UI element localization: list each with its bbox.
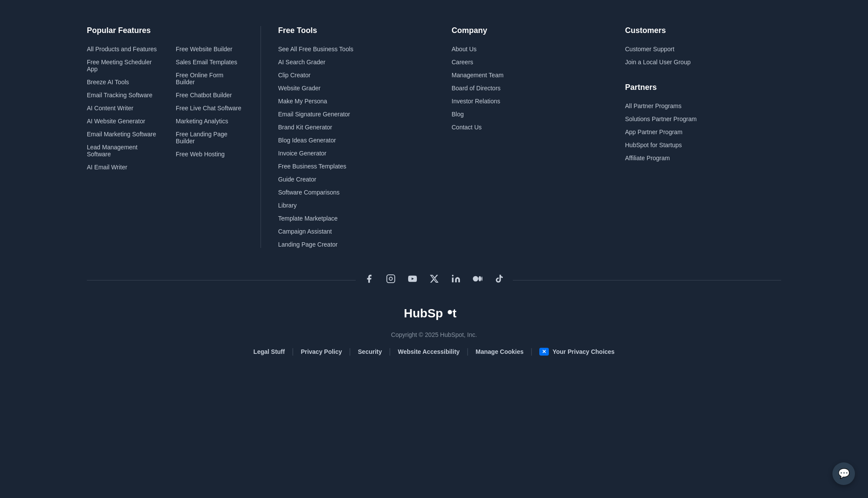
list-item[interactable]: Clip Creator	[278, 72, 435, 79]
linkedin-icon[interactable]	[451, 274, 461, 286]
list-item[interactable]: Email Marketing Software	[87, 131, 158, 138]
list-item[interactable]: Free Business Templates	[278, 163, 435, 170]
list-item[interactable]: Free Chatbot Builder	[176, 92, 243, 99]
legal-stuff-link[interactable]: Legal Stuff	[247, 348, 292, 355]
list-item[interactable]: Blog	[452, 111, 608, 118]
social-icons-group	[364, 274, 504, 286]
list-item[interactable]: All Products and Features	[87, 46, 158, 53]
list-item[interactable]: Board of Directors	[452, 85, 608, 92]
list-item[interactable]: Free Website Builder	[176, 46, 243, 53]
list-item[interactable]: Blog Ideas Generator	[278, 137, 435, 144]
list-item[interactable]: Template Marketplace	[278, 215, 435, 222]
list-item[interactable]: All Partner Programs	[625, 102, 782, 109]
list-item[interactable]: AI Email Writer	[87, 164, 158, 171]
popular-features-col1: All Products and FeaturesFree Meeting Sc…	[87, 46, 158, 171]
your-privacy-choices-link[interactable]: Your Privacy Choices	[552, 348, 614, 355]
list-item[interactable]: See All Free Business Tools	[278, 46, 435, 53]
customers-links: Customer SupportJoin a Local User Group	[625, 46, 782, 66]
svg-point-5	[448, 310, 452, 314]
tiktok-icon[interactable]	[495, 274, 504, 286]
list-item[interactable]: Solutions Partner Program	[625, 115, 782, 122]
security-link[interactable]: Security	[351, 348, 389, 355]
divider-left	[87, 280, 356, 280]
list-item[interactable]: Free Landing Page Builder	[176, 131, 243, 145]
list-item[interactable]: Brand Kit Generator	[278, 124, 435, 131]
divider-right	[513, 280, 782, 280]
list-item[interactable]: Make My Persona	[278, 98, 435, 105]
website-accessibility-link[interactable]: Website Accessibility	[391, 348, 466, 355]
free-tools-section: Free Tools See All Free Business ToolsAI…	[278, 26, 435, 248]
chat-bubble-button[interactable]: 💬	[832, 462, 855, 485]
company-title: Company	[452, 26, 608, 35]
privacy-policy-link[interactable]: Privacy Policy	[294, 348, 349, 355]
list-item[interactable]: Free Live Chat Software	[176, 105, 243, 112]
list-item[interactable]: Breeze AI Tools	[87, 79, 158, 86]
list-item[interactable]: Campaign Assistant	[278, 228, 435, 235]
list-item[interactable]: Investor Relations	[452, 98, 608, 105]
list-item[interactable]: Marketing Analytics	[176, 118, 243, 125]
list-item[interactable]: Affiliate Program	[625, 155, 782, 162]
list-item[interactable]: AI Website Generator	[87, 118, 158, 125]
svg-text:HubSp: HubSp	[404, 307, 443, 320]
list-item[interactable]: Free Meeting Scheduler App	[87, 59, 158, 73]
list-item[interactable]: Invoice Generator	[278, 150, 435, 157]
list-item[interactable]: Email Signature Generator	[278, 111, 435, 118]
chat-bubble-icon: 💬	[838, 468, 850, 479]
free-tools-links: See All Free Business ToolsAI Search Gra…	[278, 46, 435, 248]
list-item[interactable]: Free Online Form Builder	[176, 72, 243, 86]
list-item[interactable]: Customer Support	[625, 46, 782, 53]
list-item[interactable]: About Us	[452, 46, 608, 53]
list-item[interactable]: App Partner Program	[625, 129, 782, 135]
medium-icon[interactable]	[473, 274, 482, 286]
list-item[interactable]: Lead Management Software	[87, 144, 158, 158]
free-tools-title: Free Tools	[278, 26, 435, 35]
footer: Popular Features All Products and Featur…	[0, 0, 868, 373]
social-divider-row	[87, 274, 781, 286]
popular-features-title: Popular Features	[87, 26, 243, 35]
partners-title: Partners	[625, 83, 782, 92]
partners-links: All Partner ProgramsSolutions Partner Pr…	[625, 102, 782, 162]
bottom-links: Legal Stuff | Privacy Policy | Security …	[87, 347, 781, 356]
list-item[interactable]: Guide Creator	[278, 176, 435, 183]
popular-features-section: Popular Features All Products and Featur…	[87, 26, 243, 248]
privacy-badge: ✕	[539, 348, 549, 356]
privacy-choice-group: ✕ Your Privacy Choices	[532, 348, 621, 356]
youtube-icon[interactable]	[408, 274, 417, 286]
list-item[interactable]: Library	[278, 202, 435, 209]
list-item[interactable]: Website Grader	[278, 85, 435, 92]
svg-point-3	[452, 275, 453, 277]
list-item[interactable]: Contact Us	[452, 124, 608, 131]
manage-cookies-link[interactable]: Manage Cookies	[469, 348, 530, 355]
list-item[interactable]: AI Content Writer	[87, 105, 158, 112]
hubspot-logo-svg: HubSp t	[399, 303, 469, 321]
instagram-icon[interactable]	[386, 274, 396, 286]
list-item[interactable]: HubSpot for Startups	[625, 142, 782, 148]
privacy-badge-icon: ✕	[542, 349, 546, 355]
list-item[interactable]: Landing Page Creator	[278, 241, 435, 248]
svg-rect-0	[386, 275, 394, 283]
x-twitter-icon[interactable]	[429, 274, 439, 286]
company-links: About UsCareersManagement TeamBoard of D…	[452, 46, 608, 131]
facebook-icon[interactable]	[364, 274, 374, 286]
list-item[interactable]: Management Team	[452, 72, 608, 79]
list-item[interactable]: Careers	[452, 59, 608, 66]
list-item[interactable]: Join a Local User Group	[625, 59, 782, 66]
list-item[interactable]: Free Web Hosting	[176, 151, 243, 158]
svg-text:t: t	[452, 307, 456, 320]
popular-features-col2: Free Website BuilderSales Email Template…	[176, 46, 243, 171]
hubspot-logo: HubSp t	[87, 303, 781, 323]
company-section: Company About UsCareersManagement TeamBo…	[452, 26, 608, 248]
customers-title: Customers	[625, 26, 782, 35]
section-divider-1	[261, 26, 261, 248]
list-item[interactable]: Email Tracking Software	[87, 92, 158, 99]
list-item[interactable]: AI Search Grader	[278, 59, 435, 66]
copyright-text: Copyright © 2025 HubSpot, Inc.	[87, 331, 781, 338]
list-item[interactable]: Sales Email Templates	[176, 59, 243, 66]
list-item[interactable]: Software Comparisons	[278, 189, 435, 196]
customers-partners-section: Customers Customer SupportJoin a Local U…	[625, 26, 782, 248]
